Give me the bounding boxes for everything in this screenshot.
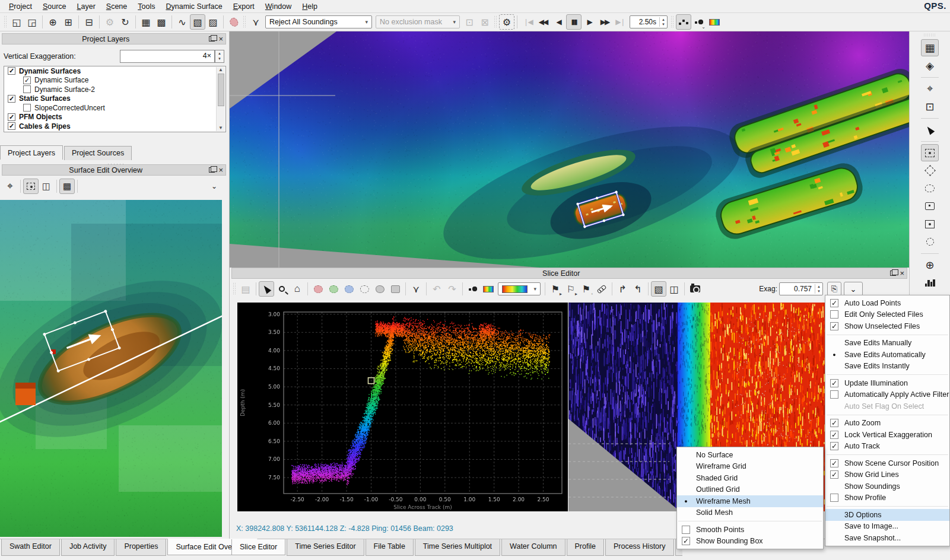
layer-checkbox[interactable]: ✓	[8, 122, 15, 130]
layer-item-static-surfaces[interactable]: ✓Static Surfaces	[4, 94, 225, 104]
menu-item-show-scene-cursor-position[interactable]: ✓Show Scene Cursor Position	[825, 457, 949, 469]
menu-window[interactable]: Window	[260, 1, 297, 12]
menu-item-save-edits-manually[interactable]: Save Edits Manually	[825, 338, 949, 349]
scene-3d-view[interactable]	[230, 31, 909, 268]
accept-soundings-tool-icon[interactable]	[326, 281, 341, 297]
color-by-icon[interactable]	[481, 281, 496, 297]
menu-tools[interactable]: Tools	[132, 1, 160, 12]
snapshot-camera-icon[interactable]	[687, 281, 703, 297]
tab-water-column[interactable]: Water Column	[501, 539, 565, 556]
menu-dynamic-surface[interactable]: Dynamic Surface	[160, 1, 227, 12]
tile-split-icon[interactable]: ◫	[39, 179, 54, 194]
menu-layer[interactable]: Layer	[72, 1, 101, 12]
filter-mask-button[interactable]: ⊡	[462, 14, 477, 30]
measure-tool-icon[interactable]	[594, 281, 609, 297]
layer-checkbox[interactable]: ✓	[23, 77, 31, 84]
copy-info-icon[interactable]: ⎘	[827, 282, 841, 296]
menu-item-update-illumination[interactable]: ✓Update Illumination	[825, 377, 949, 389]
menu-item-no-surface[interactable]: No Surface	[677, 449, 823, 461]
layer-item-dynamic-surface-2[interactable]: Dynamic Surface-2	[4, 85, 225, 94]
filter-tool-icon[interactable]: ⋎	[408, 281, 424, 297]
home-view-icon[interactable]: ⌂	[290, 281, 305, 297]
points-display-icon[interactable]	[676, 14, 691, 30]
fast-forward-button[interactable]: ▶▶	[597, 14, 612, 30]
spline-select-icon[interactable]	[921, 233, 939, 250]
menu-item-wireframe-grid[interactable]: Wireframe Grid	[677, 461, 823, 473]
layer-item-dynamic-surface[interactable]: ✓Dynamic Surface	[4, 76, 225, 85]
menu-item-auto-track[interactable]: ✓Auto Track	[825, 441, 949, 453]
layer-checkbox[interactable]: ✓	[8, 95, 15, 103]
menu-item-show-profile[interactable]: Show Profile	[825, 492, 949, 504]
point-size-dropdown-icon[interactable]: ⌄	[691, 14, 707, 30]
exag-spinner[interactable]: 0.757 ▲▼	[779, 282, 823, 295]
menu-item-show-bounding-box[interactable]: ✓Show Bounding Box	[677, 536, 823, 548]
flat-mesh-icon[interactable]: ◈	[921, 57, 939, 74]
menu-item-save-to-image[interactable]: Save to Image...	[825, 521, 949, 533]
rectangle-select-icon[interactable]	[921, 144, 939, 161]
menu-item-smooth-points[interactable]: Smooth Points	[677, 524, 823, 536]
geo-pick-globe-icon[interactable]: ⊕	[921, 256, 939, 273]
filter-soundings-button[interactable]: ⋎	[248, 14, 263, 30]
menu-help[interactable]: Help	[297, 1, 323, 12]
menu-source[interactable]: Source	[37, 1, 72, 12]
tab-time-series-editor[interactable]: Time Series Editor	[287, 539, 364, 556]
zoom-extents-icon[interactable]: ⌖	[2, 179, 18, 194]
menu-item-outlined-grid[interactable]: Outlined Grid	[677, 484, 823, 496]
vertical-exaggeration-stepper[interactable]: ▲▼	[215, 50, 224, 63]
exclusion-mask-combo[interactable]: No exclusion mask▾	[376, 15, 460, 28]
split-view-icon[interactable]: ◫	[666, 281, 682, 297]
reload-button[interactable]: ↻	[117, 14, 133, 30]
zoom-extents-mesh-icon[interactable]: ⌖	[921, 80, 939, 97]
layer-checkbox[interactable]	[23, 85, 31, 93]
selection-rect-icon[interactable]	[23, 179, 39, 194]
layer-item-slopecorrecteduncert[interactable]: SlopeCorrectedUncert	[4, 103, 225, 113]
rewind-button[interactable]: ◀◀	[535, 14, 551, 30]
import-files-button[interactable]: ⊟	[81, 14, 97, 30]
tab-swath-editor[interactable]: Swath Editor	[1, 539, 60, 556]
menu-item-shaded-grid[interactable]: Shaded Grid	[677, 472, 823, 484]
grid-soundings-button[interactable]: ▨	[205, 14, 221, 30]
tab-file-table[interactable]: File Table	[366, 539, 414, 556]
menu-item-automatically-apply-active-filter[interactable]: Automatically Apply Active Filter	[825, 389, 949, 401]
playback-interval-spinner[interactable]: 2.50s▲▼	[630, 15, 668, 28]
layer-item-pfm-objects[interactable]: ✓PFM Objects	[4, 113, 225, 122]
menu-item-auto-set-flag-on-select[interactable]: Auto Set Flag On Select	[825, 400, 949, 412]
menu-item-wireframe-mesh[interactable]: ●Wireframe Mesh	[677, 495, 823, 507]
menu-item-save-snapshot[interactable]: Save Snapshot...	[825, 532, 949, 544]
open-project-button[interactable]: ◲	[24, 14, 40, 30]
layer-item-cables-pipes[interactable]: ✓Cables & Pipes	[4, 122, 225, 131]
add-raw-files-button[interactable]: ⊕	[45, 14, 61, 30]
menu-item-edit-only-selected-files[interactable]: Edit Only Selected Files	[825, 309, 949, 321]
save-edits-icon[interactable]: ▤	[238, 281, 253, 297]
menu-project[interactable]: Project	[4, 1, 37, 12]
tree-scrollbar[interactable]: ▲▼	[216, 67, 225, 131]
redo-icon[interactable]: ↷	[444, 281, 460, 297]
new-project-button[interactable]: ◱	[9, 14, 24, 30]
zoom-cube-icon[interactable]: ⊡	[921, 98, 939, 115]
update-surface-button[interactable]: ▦	[138, 14, 154, 30]
step-back-button[interactable]: ◀	[551, 14, 566, 30]
close-panel-icon[interactable]: ×	[218, 167, 223, 173]
auto-process-settings-button[interactable]: ⚙	[499, 14, 514, 30]
exclusion-polygon-button[interactable]	[226, 14, 242, 30]
flag-clear-icon[interactable]: ⚐▸	[563, 281, 579, 297]
collapse-chevron-icon[interactable]: ⌄	[206, 179, 222, 194]
layer-checkbox[interactable]: ✓	[8, 67, 15, 75]
menu-item-save-edits-instantly[interactable]: Save Edits Instantly	[825, 361, 949, 373]
menu-item-show-soundings[interactable]: Show Soundings	[825, 481, 949, 492]
slice-scatter-plot[interactable]	[237, 303, 568, 511]
pause-button[interactable]: ▮▮	[566, 14, 582, 30]
point-size-icon[interactable]	[465, 281, 481, 297]
reject-soundings-tool-icon[interactable]	[310, 281, 326, 297]
select-soundings-tool-icon[interactable]	[341, 281, 357, 297]
layer-checkbox[interactable]: ✓	[8, 113, 15, 121]
turn-right-icon[interactable]: ↱	[615, 281, 630, 297]
menu-export[interactable]: Export	[228, 1, 260, 12]
lasso-select-icon[interactable]	[921, 180, 939, 197]
tab-process-history[interactable]: Process History	[605, 539, 674, 556]
menu-item-save-edits-automatically[interactable]: ●Save Edits Automatically	[825, 349, 949, 361]
colormap-icon[interactable]	[707, 14, 722, 30]
vertical-exaggeration-input[interactable]: 4×	[120, 50, 215, 63]
menu-item-show-unselected-files[interactable]: ✓Show Unselected Files	[825, 320, 949, 332]
lasso-soundings-tool-icon[interactable]	[357, 281, 372, 297]
